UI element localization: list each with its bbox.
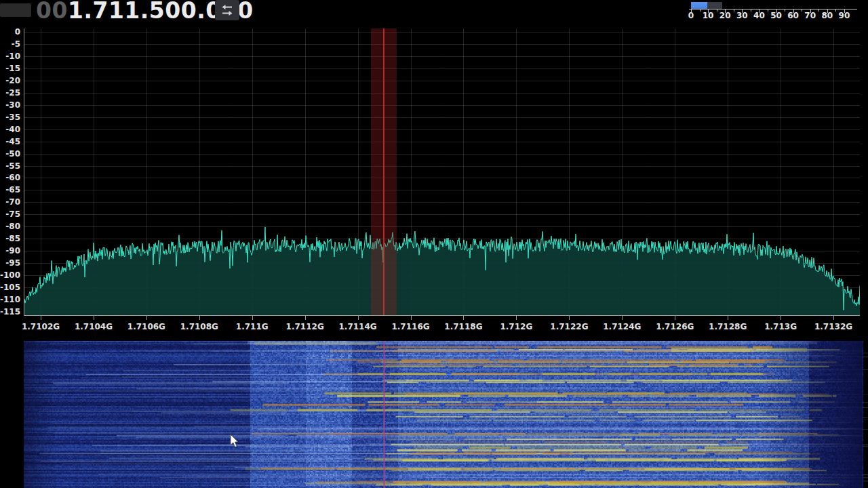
y-tick-label: -90 bbox=[0, 246, 20, 256]
y-tick-label: -25 bbox=[0, 88, 20, 98]
x-tick-label: 1.713G bbox=[753, 322, 808, 331]
y-tick-label: -85 bbox=[0, 234, 20, 243]
y-tick-label: -95 bbox=[0, 258, 20, 268]
x-tick-label: 1.7118G bbox=[436, 322, 490, 331]
x-tick-label: 1.711G bbox=[225, 322, 279, 331]
y-tick-label: -10 bbox=[0, 52, 20, 61]
y-tick-label: -60 bbox=[0, 173, 20, 182]
y-tick-label: -45 bbox=[0, 137, 20, 146]
y-tick-label: -30 bbox=[0, 100, 20, 110]
y-tick-label: -105 bbox=[0, 283, 20, 292]
spectrum-x-axis: 1.7102G1.7104G1.7106G1.7108G1.711G1.7112… bbox=[24, 322, 860, 334]
y-tick-label: -75 bbox=[0, 209, 20, 219]
snr-meter-bar bbox=[691, 2, 707, 9]
x-tick-label: 1.7102G bbox=[14, 322, 68, 331]
x-tick-label: 1.7132G bbox=[806, 322, 861, 331]
meter-tick-label: 90 bbox=[834, 10, 854, 20]
x-tick-label: 1.7112G bbox=[278, 322, 332, 331]
snr-meter: 0102030405060708090 bbox=[689, 0, 868, 23]
waterfall-display[interactable] bbox=[0, 339, 868, 488]
spectrum-y-axis: 0-5-10-15-20-25-30-35-40-45-50-55-60-65-… bbox=[0, 28, 23, 323]
spectrum-canvas[interactable] bbox=[24, 28, 860, 321]
y-tick-label: -40 bbox=[0, 125, 20, 134]
y-tick-label: -55 bbox=[0, 161, 20, 171]
y-tick-label: -115 bbox=[0, 307, 20, 317]
y-tick-label: -80 bbox=[0, 222, 20, 231]
y-tick-label: -15 bbox=[0, 64, 20, 73]
y-tick-label: -70 bbox=[0, 197, 20, 207]
x-tick-label: 1.7108G bbox=[172, 322, 226, 331]
x-tick-label: 1.7116G bbox=[384, 322, 438, 331]
y-tick-label: -35 bbox=[0, 113, 20, 122]
snr-meter-peak bbox=[707, 2, 722, 9]
toolbar-button[interactable] bbox=[0, 3, 31, 17]
x-tick-label: 1.7128G bbox=[701, 322, 755, 331]
sdr-app-window: 001.711.500.000 0102030405060708090 0-5-… bbox=[0, 0, 868, 488]
y-tick-label: -100 bbox=[0, 270, 20, 280]
vfo-selection[interactable] bbox=[371, 28, 397, 315]
top-bar: 001.711.500.000 0102030405060708090 bbox=[0, 0, 868, 27]
x-tick-label: 1.7106G bbox=[119, 322, 174, 331]
y-tick-label: -50 bbox=[0, 149, 20, 159]
y-tick-label: 0 bbox=[0, 27, 20, 37]
swap-horizontal-icon bbox=[220, 4, 235, 16]
y-tick-label: -110 bbox=[0, 295, 20, 304]
y-tick-label: -65 bbox=[0, 185, 20, 195]
frequency-leading-zeros[interactable]: 00 bbox=[36, 0, 68, 24]
y-tick-label: -20 bbox=[0, 76, 20, 85]
x-tick-label: 1.7104G bbox=[66, 322, 121, 331]
x-tick-label: 1.712G bbox=[489, 322, 543, 331]
x-tick-label: 1.7114G bbox=[331, 322, 385, 331]
y-tick-label: -5 bbox=[0, 39, 20, 49]
swap-button[interactable] bbox=[215, 0, 239, 20]
mouse-cursor bbox=[230, 434, 239, 448]
spectrum-plot[interactable]: 0-5-10-15-20-25-30-35-40-45-50-55-60-65-… bbox=[0, 27, 868, 339]
x-tick-label: 1.7126G bbox=[648, 322, 702, 331]
x-tick-label: 1.7122G bbox=[542, 322, 596, 331]
x-tick-label: 1.7124G bbox=[595, 322, 649, 331]
snr-meter-scale-line bbox=[689, 9, 857, 9]
